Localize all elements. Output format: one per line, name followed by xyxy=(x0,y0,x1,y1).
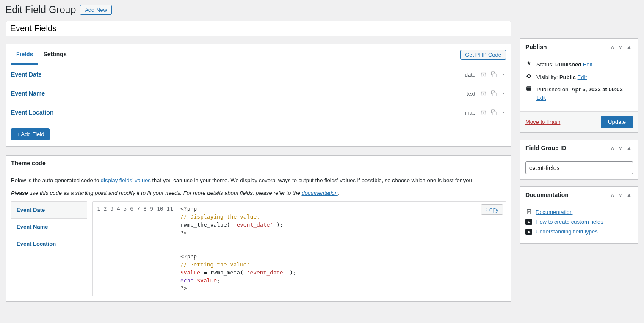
documentation-link[interactable]: documentation xyxy=(302,190,338,196)
field-name-link[interactable]: Event Date xyxy=(11,71,465,78)
trash-icon[interactable] xyxy=(481,71,486,77)
play-icon: ▶ xyxy=(525,229,532,235)
theme-code-sidebar: Event Date Event Name Event Location xyxy=(11,201,87,296)
tab-fields[interactable]: Fields xyxy=(11,44,38,65)
edit-status-link[interactable]: Edit xyxy=(583,61,592,68)
chevron-down-icon[interactable] xyxy=(501,72,506,77)
field-row[interactable]: Event Location map xyxy=(6,103,511,122)
toggle-panel-icon[interactable]: ▲ xyxy=(625,43,633,51)
field-name-link[interactable]: Event Name xyxy=(11,90,467,97)
svg-marker-1 xyxy=(502,74,505,75)
published-label: Published on: Apr 6, 2023 at 09:02 Edit xyxy=(536,85,623,102)
edit-visibility-link[interactable]: Edit xyxy=(578,74,587,80)
move-up-icon[interactable]: ∧ xyxy=(609,191,616,199)
theme-code-note: Please use this code as a starting point… xyxy=(11,189,506,197)
chevron-down-icon[interactable] xyxy=(501,91,506,96)
theme-tab-event-location[interactable]: Event Location xyxy=(11,235,87,252)
tab-settings[interactable]: Settings xyxy=(38,44,72,65)
field-type-label: date xyxy=(465,71,475,78)
move-to-trash-link[interactable]: Move to Trash xyxy=(525,119,560,125)
code-editor: Copy 1 2 3 4 5 6 7 8 9 10 11 <?php // Di… xyxy=(92,201,506,296)
trash-icon[interactable] xyxy=(481,109,486,115)
move-down-icon[interactable]: ∨ xyxy=(617,144,624,152)
trash-icon[interactable] xyxy=(481,90,486,96)
documentation-heading: Documentation xyxy=(525,192,609,198)
line-gutter: 1 2 3 4 5 6 7 8 9 10 11 xyxy=(93,202,176,296)
svg-rect-4 xyxy=(493,112,496,115)
documentation-panel: Documentation ∧ ∨ ▲ Documentation ▶ How … xyxy=(520,186,638,244)
chevron-down-icon[interactable] xyxy=(501,110,506,115)
calendar-icon xyxy=(525,85,532,91)
eye-icon xyxy=(525,73,532,79)
field-group-id-input[interactable] xyxy=(525,162,633,174)
fields-panel: Fields Settings Get PHP Code Event Date … xyxy=(6,44,511,147)
move-down-icon[interactable]: ∨ xyxy=(617,43,624,51)
field-group-id-heading: Field Group ID xyxy=(525,145,609,151)
move-down-icon[interactable]: ∨ xyxy=(617,191,624,199)
field-type-label: map xyxy=(465,109,475,116)
copy-icon[interactable] xyxy=(491,90,497,96)
copy-button[interactable]: Copy xyxy=(481,204,503,215)
theme-code-panel: Theme code Below is the auto-generated c… xyxy=(6,155,511,302)
add-field-button[interactable]: + Add Field xyxy=(11,128,50,140)
play-icon: ▶ xyxy=(525,219,532,225)
copy-icon[interactable] xyxy=(491,71,497,77)
svg-marker-5 xyxy=(502,112,505,113)
get-php-code-button[interactable]: Get PHP Code xyxy=(460,50,506,60)
svg-rect-6 xyxy=(527,87,531,90)
publish-panel: Publish ∧ ∨ ▲ Status: Published Edit xyxy=(520,38,638,133)
copy-icon[interactable] xyxy=(491,109,497,115)
move-up-icon[interactable]: ∧ xyxy=(609,144,616,152)
field-row[interactable]: Event Date date xyxy=(6,65,511,84)
update-button[interactable]: Update xyxy=(601,116,633,128)
page-title: Edit Field Group xyxy=(6,4,76,16)
doc-link-how-to-create[interactable]: How to create custom fields xyxy=(536,219,603,225)
group-title-input[interactable] xyxy=(6,21,511,36)
theme-code-heading: Theme code xyxy=(11,160,506,167)
edit-date-link[interactable]: Edit xyxy=(536,95,546,101)
publish-heading: Publish xyxy=(525,44,609,50)
svg-marker-3 xyxy=(502,93,505,94)
field-group-id-panel: Field Group ID ∧ ∨ ▲ xyxy=(520,140,638,180)
svg-rect-0 xyxy=(493,74,496,77)
code-content[interactable]: <?php // Displaying the value: rwmb_the_… xyxy=(176,202,506,296)
add-new-button[interactable]: Add New xyxy=(80,5,112,15)
doc-link-field-types[interactable]: Understanding field types xyxy=(536,228,598,235)
move-up-icon[interactable]: ∧ xyxy=(609,43,616,51)
field-name-link[interactable]: Event Location xyxy=(11,109,465,116)
theme-tab-event-date[interactable]: Event Date xyxy=(11,202,87,219)
field-row[interactable]: Event Name text xyxy=(6,84,511,103)
theme-tab-event-name[interactable]: Event Name xyxy=(11,219,87,235)
toggle-panel-icon[interactable]: ▲ xyxy=(625,191,633,199)
doc-link-documentation[interactable]: Documentation xyxy=(536,209,572,215)
pin-icon xyxy=(525,60,532,66)
toggle-panel-icon[interactable]: ▲ xyxy=(625,144,633,152)
svg-rect-2 xyxy=(493,93,496,96)
field-type-label: text xyxy=(467,90,475,97)
display-fields-link[interactable]: display fields' values xyxy=(101,177,151,183)
theme-code-intro: Below is the auto-generated code to disp… xyxy=(11,176,506,185)
status-label: Status: Published Edit xyxy=(536,60,592,69)
doc-icon xyxy=(525,208,532,215)
visibility-label: Visibility: Public Edit xyxy=(536,73,587,82)
